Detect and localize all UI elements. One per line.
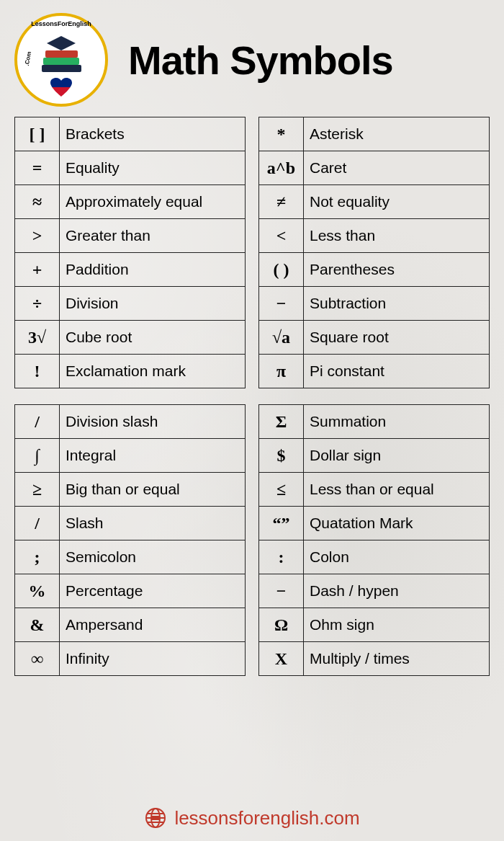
logo-text-left: .Com: [24, 51, 32, 66]
table-row: ≈Approximately equal: [15, 185, 246, 219]
symbol-cell: +: [15, 253, 60, 287]
symbol-cell: <: [259, 219, 304, 253]
symbol-cell: /: [15, 405, 60, 439]
table-row: ∫Integral: [15, 439, 246, 473]
name-cell: Asterisk: [304, 117, 490, 151]
table-row: =Equality: [15, 151, 246, 185]
table-row: $Dollar sign: [259, 439, 490, 473]
table-row: /Division slash: [15, 405, 246, 439]
symbol-cell: ∞: [15, 642, 60, 676]
symbol-cell: a^b: [259, 151, 304, 185]
table-row: −Subtraction: [259, 287, 490, 321]
name-cell: Dollar sign: [304, 439, 490, 473]
name-cell: Division slash: [60, 405, 246, 439]
symbol-cell: π: [259, 355, 304, 388]
symbol-cell: ≤: [259, 473, 304, 507]
table-row: ≤Less than or equal: [259, 473, 490, 507]
table-bottom-left: /Division slash∫Integral≥Big than or equ…: [14, 404, 246, 676]
table-row: *Asterisk: [259, 117, 490, 151]
symbol-cell: 3√: [15, 321, 60, 355]
name-cell: Pi constant: [304, 355, 490, 388]
footer: www lessonsforenglish.com: [0, 806, 504, 829]
table-row: 3√Cube root: [15, 321, 246, 355]
name-cell: Square root: [304, 321, 490, 355]
symbol-cell: X: [259, 642, 304, 676]
symbol-cell: ≠: [259, 185, 304, 219]
table-bottom-right: ΣSummation$Dollar sign≤Less than or equa…: [258, 404, 490, 676]
table-row: πPi constant: [259, 355, 490, 388]
table-row: “”Quatation Mark: [259, 507, 490, 540]
name-cell: Subtraction: [304, 287, 490, 321]
symbol-cell: Ω: [259, 608, 304, 642]
name-cell: Slash: [60, 507, 246, 540]
table-row: ÷Division: [15, 287, 246, 321]
table-row: %Percentage: [15, 574, 246, 608]
symbol-cell: =: [15, 151, 60, 185]
table-row: ( )Parentheses: [259, 253, 490, 287]
name-cell: Dash / hypen: [304, 574, 490, 608]
name-cell: Colon: [304, 540, 490, 574]
name-cell: Integral: [60, 439, 246, 473]
table-top-left: [ ]Brackets=Equality≈Approximately equal…: [14, 117, 246, 388]
table-row: &Ampersand: [15, 608, 246, 642]
table-row: a^bCaret: [259, 151, 490, 185]
table-row: !Exclamation mark: [15, 355, 246, 388]
symbol-cell: ( ): [259, 253, 304, 287]
symbol-cell: √a: [259, 321, 304, 355]
symbol-cell: ≈: [15, 185, 60, 219]
table-row: <Less than: [259, 219, 490, 253]
name-cell: Greater than: [60, 219, 246, 253]
symbol-cell: −: [259, 574, 304, 608]
symbol-cell: &: [15, 608, 60, 642]
table-row: >Greater than: [15, 219, 246, 253]
table-row: [ ]Brackets: [15, 117, 246, 151]
svg-text:www: www: [153, 816, 159, 820]
symbol-cell: /: [15, 507, 60, 540]
symbol-cell: ÷: [15, 287, 60, 321]
symbol-cell: ≥: [15, 473, 60, 507]
name-cell: Parentheses: [304, 253, 490, 287]
name-cell: Brackets: [60, 117, 246, 151]
name-cell: Summation: [304, 405, 490, 439]
table-row: ≥Big than or equal: [15, 473, 246, 507]
table-row: ΩOhm sign: [259, 608, 490, 642]
symbol-cell: ;: [15, 540, 60, 574]
symbol-cell: Σ: [259, 405, 304, 439]
name-cell: Less than: [304, 219, 490, 253]
symbol-cell: ∫: [15, 439, 60, 473]
name-cell: Division: [60, 287, 246, 321]
table-row: XMultiply / times: [259, 642, 490, 676]
symbol-cell: *: [259, 117, 304, 151]
symbol-cell: [ ]: [15, 117, 60, 151]
name-cell: Big than or equal: [60, 473, 246, 507]
symbol-cell: −: [259, 287, 304, 321]
table-row: √aSquare root: [259, 321, 490, 355]
table-row: ≠Not equality: [259, 185, 490, 219]
logo: LessonsForEnglish .Com: [14, 13, 108, 107]
globe-icon: www: [144, 806, 167, 829]
table-row: :Colon: [259, 540, 490, 574]
name-cell: Not equality: [304, 185, 490, 219]
table-row: ΣSummation: [259, 405, 490, 439]
name-cell: Approximately equal: [60, 185, 246, 219]
uk-flag-heart-icon: [50, 78, 72, 97]
table-top-right: *Asteriska^bCaret≠Not equality<Less than…: [258, 117, 490, 388]
name-cell: Caret: [304, 151, 490, 185]
name-cell: Ampersand: [60, 608, 246, 642]
name-cell: Cube root: [60, 321, 246, 355]
name-cell: Exclamation mark: [60, 355, 246, 388]
header: LessonsForEnglish .Com Math Symbols: [0, 0, 504, 117]
page-title: Math Symbols: [128, 37, 393, 84]
name-cell: Less than or equal: [304, 473, 490, 507]
name-cell: Paddition: [60, 253, 246, 287]
symbol-cell: >: [15, 219, 60, 253]
name-cell: Equality: [60, 151, 246, 185]
tables-grid: [ ]Brackets=Equality≈Approximately equal…: [0, 117, 504, 676]
symbol-cell: %: [15, 574, 60, 608]
table-row: /Slash: [15, 507, 246, 540]
name-cell: Percentage: [60, 574, 246, 608]
table-row: ∞Infinity: [15, 642, 246, 676]
symbol-cell: :: [259, 540, 304, 574]
name-cell: Ohm sign: [304, 608, 490, 642]
name-cell: Infinity: [60, 642, 246, 676]
